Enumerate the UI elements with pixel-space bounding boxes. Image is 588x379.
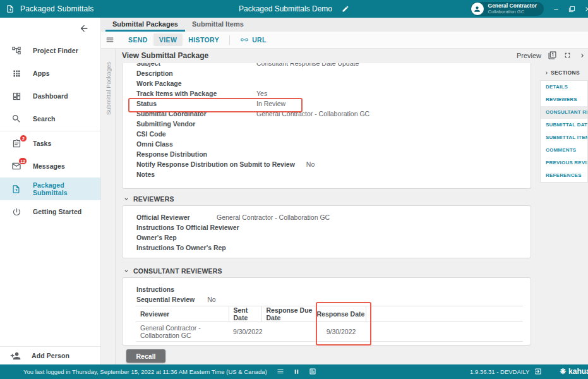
section-link-comments[interactable]: COMMENTS (541, 144, 587, 157)
add-person-label: Add Person (32, 352, 69, 359)
tasks-icon: 2 (11, 138, 22, 149)
section-link-consultant-reviewers[interactable]: CONSULTANT REVIEW. (541, 106, 587, 119)
url-label: URL (252, 36, 267, 44)
sidebar-item-packaged-submittals[interactable]: Packaged Submittals (0, 177, 100, 200)
field-row: Omni Class (123, 139, 531, 149)
search-icon (11, 113, 22, 124)
field-row: Description (123, 68, 531, 78)
sections-panel: SECTIONS DETAILS REVIEWERS CONSULTANT RE… (536, 62, 588, 364)
top-bar: Packaged Submittals Demo Packaged Submit… (0, 0, 588, 18)
field-row: Submittal CoordinatorGeneral Contractor … (123, 109, 531, 119)
status-value: In Review (256, 99, 285, 109)
section-link-previous-revisions[interactable]: PREVIOUS REVISIONS (541, 157, 587, 169)
split-view-icon[interactable] (293, 368, 300, 375)
history-button[interactable]: HISTORY (183, 33, 225, 46)
user-chip[interactable]: General Contractor Collaboration GC (471, 2, 544, 16)
field-row: Notify Response Distribution on Submit t… (123, 159, 531, 169)
tab-bar: Submittal Packages Submittal Items (101, 18, 588, 32)
field-row: Instructions To Official Reviewer (123, 222, 531, 232)
kahua-brand: ❋ kahua (560, 367, 588, 376)
sidebar-item-label: Messages (33, 162, 65, 170)
hamburger-menu-icon[interactable] (105, 35, 114, 44)
sidebar-item-search[interactable]: Search (0, 107, 100, 130)
restore-window-button[interactable] (568, 6, 575, 13)
cell-sent-date: 9/30/2022 (229, 322, 261, 342)
chevron-right-icon (544, 70, 549, 76)
recall-button[interactable]: Recall (126, 349, 165, 363)
version-text: 1.9.36.31 - DEVDAILY (470, 368, 529, 375)
apps-icon (11, 68, 22, 79)
sidebar-item-apps[interactable]: Apps (0, 62, 100, 85)
field-row: CSI Code (123, 129, 531, 139)
document-view-icon[interactable] (309, 368, 316, 375)
close-button[interactable] (584, 6, 588, 13)
project-title: Packaged Submittals Demo (239, 4, 332, 13)
project-finder-icon (11, 45, 22, 56)
section-link-submittal-dates[interactable]: SUBMITTAL DATES (541, 119, 587, 131)
sidebar-item-project-finder[interactable]: Project Finder (0, 39, 100, 62)
strip-label[interactable]: Submittal Packages (104, 51, 112, 115)
field-row: Track Items with PackageYes (123, 88, 531, 99)
view-header: View Submittal Package Preview (116, 49, 588, 62)
section-link-submittal-items[interactable]: SUBMITTAL ITEMS (541, 131, 587, 144)
details-card: SubjectConsultant Response Date Update D… (122, 63, 531, 189)
toolbar-separator (229, 35, 230, 45)
field-row: Submitting Vendor (123, 119, 531, 129)
add-person-button[interactable]: Add Person (0, 346, 100, 364)
messages-icon: 12 (11, 160, 22, 172)
reviewers-card: Official ReviewerGeneral Contractor - Co… (122, 205, 531, 258)
cell-response-date: 9/30/2022 (316, 322, 366, 342)
collapsed-panel-strip: Submittal Packages (101, 49, 116, 364)
preview-button[interactable]: Preview (517, 52, 541, 59)
col-header-response-due-date: Response Due Date (261, 306, 316, 322)
sidebar-item-label: Search (33, 115, 56, 123)
section-link-references[interactable]: REFERENCES (541, 169, 587, 182)
sidebar-item-label: Tasks (33, 140, 52, 147)
add-person-icon (9, 350, 21, 361)
list-view-icon[interactable] (277, 368, 284, 375)
field-row: Notes (123, 169, 531, 179)
edit-project-icon[interactable] (342, 5, 349, 13)
field-row: Official ReviewerGeneral Contractor - Co… (123, 212, 531, 222)
collapse-panel-chevron-icon[interactable] (579, 52, 586, 59)
link-icon (240, 35, 249, 44)
cell-reviewer: General Contractor - Collaboration GC (136, 322, 229, 342)
minimize-button[interactable] (553, 6, 560, 13)
table-row[interactable]: General Contractor - Collaboration GC 9/… (136, 322, 523, 342)
sidebar-item-label: Packaged Submittals (33, 181, 100, 196)
pages-icon[interactable] (548, 51, 556, 59)
consultant-reviewers-section-header[interactable]: CONSULTANT REVIEWERS (123, 267, 536, 275)
power-icon (11, 206, 22, 217)
sidebar-item-tasks[interactable]: 2 Tasks (0, 132, 100, 155)
sidebar-item-messages[interactable]: 12 Messages (0, 155, 100, 177)
sidebar-item-dashboard[interactable]: Dashboard (0, 85, 100, 107)
sidebar-item-getting-started[interactable]: Getting Started (0, 200, 100, 223)
avatar (471, 3, 484, 15)
field-row: Work Package (123, 78, 531, 88)
field-row: Response Distribution (123, 149, 531, 159)
url-button[interactable]: URL (234, 33, 272, 47)
section-link-details[interactable]: DETAILS (541, 81, 587, 93)
cell-response-due-date (261, 322, 316, 342)
form-scroll-area[interactable]: SubjectConsultant Response Date Update D… (116, 62, 536, 364)
sections-header[interactable]: SECTIONS (544, 69, 588, 76)
main-region: Submittal Packages Submittal Items SEND … (101, 18, 588, 364)
back-arrow-icon[interactable] (79, 23, 89, 33)
app-title: Packaged Submittals (20, 4, 94, 13)
send-button[interactable]: SEND (123, 33, 153, 46)
sidebar-item-label: Project Finder (33, 47, 78, 54)
last-login-text: You last logged in Thursday, September 1… (23, 368, 267, 375)
clipboard-arrow-icon[interactable] (534, 368, 542, 375)
user-org: Collaboration GC (488, 9, 537, 15)
tab-submittal-packages[interactable]: Submittal Packages (105, 18, 185, 32)
col-header-response-date: Response Date (316, 306, 366, 322)
section-link-reviewers[interactable]: REVIEWERS (541, 93, 587, 106)
app-window: Packaged Submittals Demo Packaged Submit… (0, 0, 588, 379)
tab-submittal-items[interactable]: Submittal Items (185, 18, 251, 32)
col-header-filler (366, 306, 523, 322)
reviewers-section-header[interactable]: REVIEWERS (123, 195, 536, 203)
fullscreen-icon[interactable] (563, 51, 572, 59)
consultant-reviewers-table: Reviewer Sent Date Response Due Date Res… (136, 306, 523, 342)
view-button[interactable]: VIEW (153, 33, 183, 46)
col-header-sent-date: Sent Date (229, 306, 261, 322)
